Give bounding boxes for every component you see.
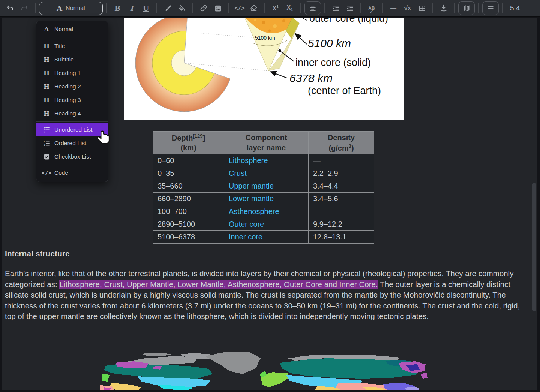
italic-icon: I [130, 4, 134, 12]
unordered-list-icon [43, 127, 50, 133]
depth-6378-label: 6378 km [290, 72, 333, 84]
download-icon [440, 4, 448, 12]
insert-table-button[interactable] [415, 2, 429, 15]
align-center-icon [309, 4, 316, 12]
text-color-button[interactable] [160, 2, 175, 15]
layer-link[interactable]: Lower mantle [229, 195, 274, 203]
redo-icon [20, 4, 28, 12]
menu-item-code[interactable]: </> Code [36, 166, 108, 180]
align-dropdown[interactable] [304, 1, 321, 15]
redo-button[interactable] [17, 2, 32, 15]
undo-button[interactable] [3, 2, 17, 15]
code-button[interactable]: </> [232, 2, 247, 15]
italic-button[interactable]: I [124, 2, 139, 15]
heading-icon: H [43, 42, 50, 50]
menu-divider [36, 121, 108, 122]
density-cell: 2.2–2.9 [309, 167, 374, 180]
menu-item-ordered-list[interactable]: 12 Ordered List [36, 136, 108, 150]
depth-cell: 5100–6378 [153, 231, 224, 244]
download-button[interactable] [436, 2, 451, 15]
toolbar: A Normal B I U </ [0, 0, 540, 17]
image-icon [214, 4, 222, 12]
density-cell: 3.4–4.4 [309, 180, 374, 193]
table-row: 100–700 Asthenosphere — [153, 205, 374, 218]
table-icon [418, 4, 426, 12]
layer-cell: Asthenosphere [224, 205, 309, 218]
table-row: 0–35 Crust 2.2–2.9 [153, 167, 374, 180]
formula-button[interactable]: √x [400, 2, 415, 15]
scrollbar-thumb[interactable] [532, 183, 536, 311]
menu-item-label: Normal [54, 26, 73, 33]
outer-core-label: outer core (liquid) [309, 18, 388, 24]
table-header-row: Depth[129] (km) Component layer name Den… [153, 132, 374, 154]
depth-cell: 35–660 [153, 180, 224, 193]
climate-map-image[interactable] [100, 352, 428, 390]
density-cell: 12.8–13.1 [309, 231, 374, 244]
layer-cell: Lower mantle [224, 193, 309, 205]
code-icon: </> [234, 5, 244, 12]
heading-icon: H [43, 96, 50, 104]
text-style-menu: A Normal H Title H Subtitle H Heading 1 … [36, 21, 108, 182]
menu-button[interactable] [482, 1, 499, 15]
section-heading: Internal structure [5, 249, 70, 258]
heading-icon: H [43, 110, 50, 117]
heading-icon: H [43, 69, 50, 77]
depth-cell: 0–60 [153, 154, 224, 167]
indent-decrease-button[interactable] [343, 2, 357, 15]
superscript-button[interactable]: X1 [268, 2, 283, 15]
checkbox-icon [43, 154, 50, 160]
menu-item-subtitle[interactable]: H Subtitle [36, 53, 108, 66]
earth-structure-image[interactable]: 5100 km outer core (liquid) 5100 km inne… [124, 18, 404, 120]
layer-cell: Lithosphere [224, 154, 309, 167]
letter-a-icon: A [43, 25, 50, 33]
wedge-depth-label: 5100 km [255, 35, 275, 41]
body-paragraph: Earth's interior, like that of the other… [5, 268, 524, 322]
formula-icon: √x [404, 5, 411, 12]
density-cell: 3.4–5.6 [309, 193, 374, 205]
component-header: Component layer name [224, 132, 309, 154]
bold-button[interactable]: B [110, 2, 124, 15]
menu-item-heading-1[interactable]: H Heading 1 [36, 66, 108, 80]
subscript-button[interactable]: X1 [283, 2, 297, 15]
layer-link[interactable]: Asthenosphere [229, 207, 279, 215]
menu-item-title[interactable]: H Title [36, 39, 108, 53]
eraser-icon [250, 4, 258, 12]
insert-link-button[interactable] [196, 2, 211, 15]
svg-text:1: 1 [44, 140, 45, 143]
menu-item-heading-2[interactable]: H Heading 2 [36, 80, 108, 93]
map-button[interactable] [458, 1, 475, 15]
toolbar-divider [502, 3, 503, 13]
underline-button[interactable]: U [139, 2, 153, 15]
brush-icon [164, 4, 172, 12]
menu-divider [36, 38, 108, 38]
menu-item-normal[interactable]: A Normal [36, 22, 108, 37]
spellcheck-icon: AB ✓ [368, 6, 375, 10]
layer-link[interactable]: Inner core [229, 233, 262, 241]
underline-icon: U [143, 4, 149, 12]
editor-app: A Normal B I U </ [0, 0, 540, 392]
menu-item-heading-3[interactable]: H Heading 3 [36, 93, 108, 107]
horizontal-rule-button[interactable]: — [386, 2, 400, 15]
paint-bucket-icon [178, 4, 186, 12]
layer-link[interactable]: Outer core [229, 220, 264, 228]
depth-cell: 100–700 [153, 205, 224, 218]
inner-core-label: inner core (solid) [296, 57, 371, 68]
layer-link[interactable]: Lithosphere [229, 156, 268, 165]
layer-link[interactable]: Crust [229, 169, 247, 177]
menu-item-heading-4[interactable]: H Heading 4 [36, 107, 108, 120]
menu-item-unordered-list[interactable]: Unordered List [36, 123, 108, 136]
menu-item-checkbox-list[interactable]: Checkbox List [36, 150, 108, 163]
svg-text:2: 2 [44, 144, 45, 146]
text-style-dropdown[interactable]: A Normal [39, 2, 103, 15]
fill-color-button[interactable] [175, 2, 189, 15]
layer-cell: Inner core [224, 231, 309, 244]
insert-image-button[interactable] [211, 2, 225, 15]
spellcheck-button[interactable]: AB ✓ [364, 2, 379, 15]
indent-increase-button[interactable] [328, 2, 343, 15]
clear-format-button[interactable] [247, 2, 261, 15]
indent-decrease-icon [346, 4, 354, 12]
menu-item-label: Ordered List [54, 140, 86, 147]
layer-link[interactable]: Upper mantle [229, 182, 274, 190]
superscript-icon: X1 [273, 4, 279, 12]
layers-table: Depth[129] (km) Component layer name Den… [153, 131, 374, 244]
